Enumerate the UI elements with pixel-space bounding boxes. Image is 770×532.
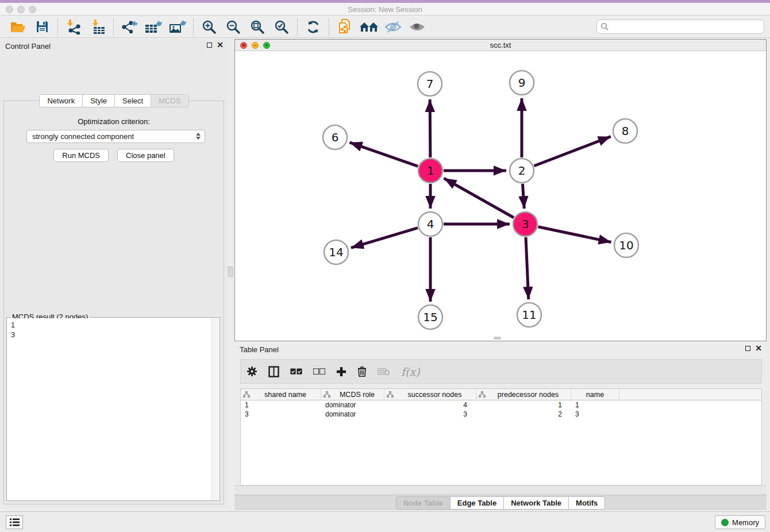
- status-bar: Memory: [0, 511, 770, 532]
- cell-successor-nodes[interactable]: 4: [384, 401, 476, 409]
- graph-node-8[interactable]: 8: [613, 119, 637, 143]
- zoom-fit-button[interactable]: [247, 18, 268, 36]
- memory-label: Memory: [732, 518, 759, 527]
- import-table-button[interactable]: [87, 18, 108, 36]
- column-header-successor-nodes[interactable]: successor nodes: [384, 389, 476, 400]
- tab-node-table[interactable]: Node Table: [396, 496, 451, 510]
- list-icon: [10, 518, 20, 526]
- export-network-button[interactable]: [119, 18, 140, 36]
- hide-details-button[interactable]: [383, 18, 403, 36]
- optimization-criterion-select[interactable]: strongly connected component: [26, 130, 205, 143]
- graph-edge-1-6[interactable]: [349, 142, 418, 167]
- cell-predecessor-nodes[interactable]: 2: [476, 410, 571, 418]
- eye-icon: [409, 21, 426, 33]
- app-titlebar: Session: New Session: [0, 3, 770, 16]
- eye-slash-icon: [384, 21, 402, 33]
- graph-edge-3-11[interactable]: [526, 237, 529, 299]
- delete-table-button[interactable]: [378, 365, 390, 379]
- close-panel-button[interactable]: Close panel: [117, 149, 174, 162]
- cell-name[interactable]: 3: [571, 410, 619, 418]
- close-table-panel-icon[interactable]: ✕: [755, 345, 762, 352]
- delete-entry-button[interactable]: [357, 365, 367, 379]
- mcds-result-text[interactable]: 1 3: [7, 318, 211, 500]
- refresh-view-button[interactable]: [303, 18, 324, 36]
- result-scrollbar[interactable]: [211, 318, 219, 500]
- home-button[interactable]: [359, 18, 379, 36]
- graph-edge-4-14[interactable]: [351, 228, 418, 248]
- zoom-in-button[interactable]: [199, 18, 220, 36]
- cell-mcds-role[interactable]: dominator: [321, 401, 384, 409]
- graph-node-15[interactable]: 15: [418, 305, 442, 329]
- column-header-mcds-role[interactable]: MCDS role: [321, 389, 384, 400]
- graph-node-3[interactable]: 3: [513, 212, 537, 236]
- node-table: shared name MCDS role successor nodes pr…: [240, 388, 762, 485]
- float-panel-icon[interactable]: [207, 43, 212, 48]
- graph-node-1[interactable]: 1: [418, 159, 442, 183]
- copy-network-button[interactable]: [334, 18, 355, 36]
- add-entry-button[interactable]: [336, 365, 346, 379]
- close-panel-icon[interactable]: ✕: [217, 42, 224, 48]
- run-mcds-button[interactable]: Run MCDS: [53, 149, 109, 162]
- tab-style[interactable]: Style: [82, 94, 115, 107]
- table-hscrollbar[interactable]: [234, 485, 767, 495]
- search-input[interactable]: [596, 20, 764, 34]
- memory-button[interactable]: Memory: [715, 515, 765, 529]
- graph-node-2[interactable]: 2: [510, 159, 534, 183]
- panel-splitter-handle[interactable]: [228, 267, 233, 277]
- network-title: scc.txt: [235, 41, 766, 49]
- cell-mcds-role[interactable]: dominator: [321, 410, 384, 418]
- graph-node-6[interactable]: 6: [323, 125, 347, 149]
- tab-edge-table[interactable]: Edge Table: [450, 496, 504, 510]
- graph-node-7[interactable]: 7: [418, 72, 442, 96]
- cell-successor-nodes[interactable]: 3: [384, 410, 476, 418]
- select-all-columns-button[interactable]: [290, 365, 302, 379]
- tab-network-table[interactable]: Network Table: [503, 496, 569, 510]
- tab-network[interactable]: Network: [39, 94, 83, 107]
- deselect-all-columns-button[interactable]: [313, 365, 325, 379]
- cell-shared-name[interactable]: 3: [241, 410, 321, 418]
- save-session-button[interactable]: [32, 18, 52, 36]
- function-builder-button[interactable]: f(x): [401, 365, 420, 379]
- graph-edge-2-3[interactable]: [522, 184, 524, 209]
- table-row[interactable]: 3dominator323: [241, 410, 761, 419]
- show-details-button[interactable]: [407, 18, 428, 36]
- svg-text:1: 1: [427, 164, 434, 178]
- column-header-name[interactable]: name: [571, 389, 619, 400]
- graph-edge-2-8[interactable]: [534, 137, 610, 166]
- graph-node-14[interactable]: 14: [324, 240, 348, 264]
- tab-select[interactable]: Select: [114, 94, 151, 107]
- tab-mcds[interactable]: MCDS: [151, 94, 188, 107]
- trash-icon: [357, 366, 367, 377]
- export-table-button[interactable]: [143, 18, 164, 36]
- graph-edge-1-7[interactable]: [430, 99, 430, 157]
- cell-predecessor-nodes[interactable]: 1: [476, 401, 571, 409]
- graph-node-9[interactable]: 9: [510, 71, 534, 95]
- zoom-selected-button[interactable]: [271, 18, 292, 36]
- export-image-button[interactable]: [167, 18, 188, 36]
- network-window-titlebar[interactable]: ✕ − + scc.txt: [235, 40, 766, 51]
- open-session-button[interactable]: [7, 18, 28, 36]
- graph-edge-3-10[interactable]: [538, 227, 611, 242]
- float-table-panel-icon[interactable]: [745, 346, 750, 351]
- tab-motifs[interactable]: Motifs: [568, 496, 605, 510]
- column-header-shared-name[interactable]: shared name: [241, 389, 321, 400]
- task-history-button[interactable]: [6, 515, 23, 529]
- graph-edge-3-1[interactable]: [444, 178, 514, 217]
- import-network-button[interactable]: [63, 18, 84, 36]
- mcds-panel: Optimization criterion: strongly connect…: [3, 101, 224, 504]
- graph-node-10[interactable]: 10: [614, 233, 638, 257]
- cell-name[interactable]: 1: [571, 401, 619, 409]
- network-hscrollbar[interactable]: [494, 337, 501, 340]
- network-canvas[interactable]: 1234678910111415: [235, 51, 766, 340]
- svg-text:2: 2: [518, 164, 526, 178]
- table-row[interactable]: 1dominator411: [241, 400, 761, 410]
- column-header-predecessor-nodes[interactable]: predecessor nodes: [476, 389, 571, 400]
- table-settings-button[interactable]: [247, 365, 257, 379]
- cell-shared-name[interactable]: 1: [241, 401, 321, 409]
- column-label: shared name: [252, 391, 318, 399]
- graph-node-4[interactable]: 4: [418, 212, 442, 236]
- graph-node-11[interactable]: 11: [517, 303, 541, 327]
- optimization-criterion-label: Optimization criterion:: [4, 117, 224, 126]
- zoom-out-button[interactable]: [223, 18, 244, 36]
- choose-columns-button[interactable]: [268, 365, 279, 379]
